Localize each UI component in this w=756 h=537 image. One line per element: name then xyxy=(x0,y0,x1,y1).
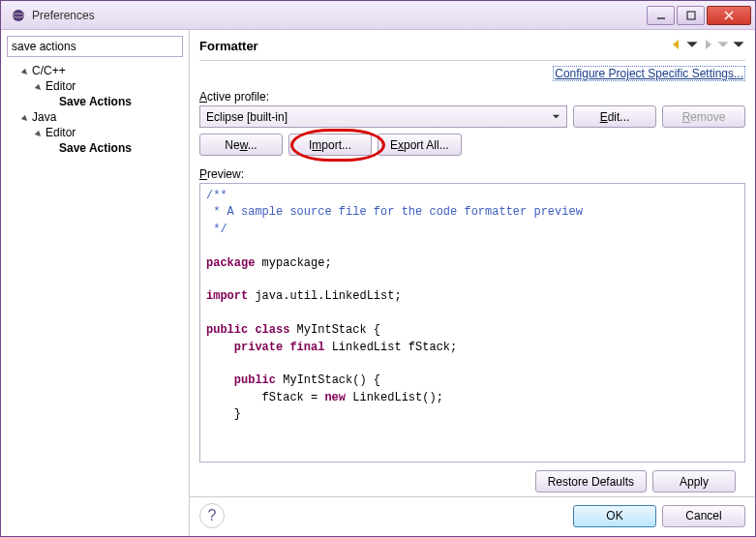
expand-icon[interactable] xyxy=(34,129,44,138)
sidebar: C/C++EditorSave ActionsJavaEditorSave Ac… xyxy=(1,30,190,536)
back-menu-icon[interactable] xyxy=(685,38,699,54)
ok-button[interactable]: OK xyxy=(573,505,656,527)
configure-project-specific-link[interactable]: Configure Project Specific Settings... xyxy=(553,66,745,81)
tree-item[interactable]: Editor xyxy=(34,125,183,140)
close-button[interactable] xyxy=(707,6,751,25)
chevron-down-icon xyxy=(552,110,560,124)
tree-item[interactable]: Save Actions xyxy=(47,94,183,109)
apply-button[interactable]: Apply xyxy=(652,470,736,492)
remove-button: Remove xyxy=(662,105,745,128)
help-icon[interactable]: ? xyxy=(199,503,225,528)
forward-menu-icon[interactable] xyxy=(716,38,730,54)
back-icon[interactable] xyxy=(670,38,683,54)
forward-icon[interactable] xyxy=(701,38,714,54)
preview-label: Preview: xyxy=(199,167,745,181)
page-title: Formatter xyxy=(199,39,670,53)
expand-icon[interactable] xyxy=(20,67,30,76)
svg-rect-3 xyxy=(687,12,695,19)
titlebar[interactable]: Preferences xyxy=(1,1,755,30)
window-title: Preferences xyxy=(32,9,645,22)
preferences-window: Preferences C/C++EditorSave ActionsJavaE… xyxy=(0,0,756,537)
tree-item[interactable]: C/C++ xyxy=(20,63,183,78)
minimize-button[interactable] xyxy=(647,6,675,25)
eclipse-icon xyxy=(11,8,26,23)
active-profile-combo[interactable]: Eclipse [built-in] xyxy=(199,105,567,128)
cancel-button[interactable]: Cancel xyxy=(662,505,745,527)
view-menu-icon[interactable] xyxy=(732,38,745,54)
preview-pane[interactable]: /** * A sample source file for the code … xyxy=(199,183,745,462)
restore-defaults-button[interactable]: Restore Defaults xyxy=(535,470,647,492)
expand-icon[interactable] xyxy=(20,113,30,123)
new-button[interactable]: New... xyxy=(199,134,283,156)
edit-button[interactable]: Edit... xyxy=(573,105,656,128)
filter-input[interactable] xyxy=(7,36,183,57)
preferences-tree[interactable]: C/C++EditorSave ActionsJavaEditorSave Ac… xyxy=(7,63,183,156)
active-profile-label: Active profile: xyxy=(199,90,745,104)
import-button[interactable]: Import... xyxy=(288,134,372,156)
maximize-button[interactable] xyxy=(677,6,705,25)
export-all-button[interactable]: Export All... xyxy=(378,134,462,156)
expand-icon[interactable] xyxy=(34,82,44,92)
tree-item[interactable]: Java xyxy=(20,109,183,125)
tree-item[interactable]: Save Actions xyxy=(47,140,183,156)
svg-point-0 xyxy=(13,10,24,21)
tree-item[interactable]: Editor xyxy=(34,78,183,94)
